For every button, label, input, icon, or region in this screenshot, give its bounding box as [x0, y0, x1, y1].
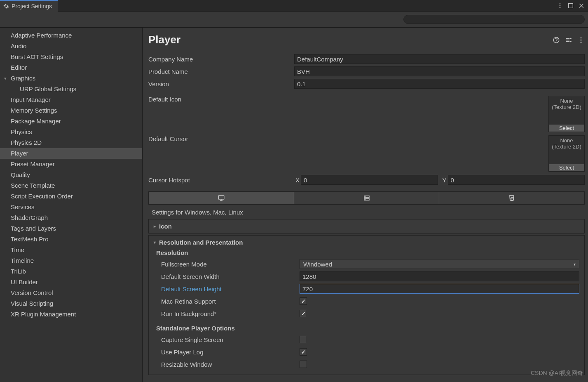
main-panel: Player Company Name Product Name Version… [143, 28, 588, 382]
sidebar-item-trilib[interactable]: TriLib [0, 266, 142, 277]
default-height-label: Default Screen Height [161, 285, 300, 292]
select-icon-button[interactable]: Select [549, 125, 584, 132]
sidebar-item-package-manager[interactable]: Package Manager [0, 116, 142, 127]
svg-rect-3 [569, 3, 573, 8]
sidebar-item-graphics[interactable]: Graphics [0, 73, 142, 84]
sidebar-item-version-control[interactable]: Version Control [0, 288, 142, 298]
version-input[interactable] [294, 79, 585, 89]
capture-single-checkbox[interactable] [300, 336, 307, 343]
sidebar-item-services[interactable]: Services [0, 202, 142, 212]
svg-point-13 [365, 199, 365, 200]
server-icon [363, 194, 370, 202]
svg-point-12 [365, 196, 365, 197]
maximize-icon[interactable] [567, 2, 574, 9]
svg-point-0 [560, 3, 561, 5]
search-input[interactable] [403, 15, 585, 24]
subhead-resolution: Resolution [156, 249, 579, 256]
cursor-x-input[interactable] [301, 175, 438, 185]
cursor-hotspot-label: Cursor Hotspot [148, 177, 294, 184]
mac-retina-label: Mac Retina Support [161, 298, 300, 305]
sidebar: Adaptive PerformanceAudioBurst AOT Setti… [0, 28, 143, 382]
player-log-checkbox[interactable] [300, 348, 307, 356]
window-controls [557, 2, 588, 9]
company-name-label: Company Name [148, 56, 294, 63]
svg-point-2 [560, 7, 561, 8]
sidebar-item-adaptive-performance[interactable]: Adaptive Performance [0, 30, 142, 41]
search-bar [0, 12, 588, 28]
sidebar-item-time[interactable]: Time [0, 245, 142, 255]
page-title: Player [148, 33, 180, 46]
resizable-checkbox[interactable] [300, 361, 307, 368]
product-name-input[interactable] [294, 66, 585, 76]
cursor-x-label: X [294, 177, 301, 184]
foldout-icon[interactable]: ▸ Icon [148, 219, 585, 233]
resizable-label: Resizable Window [161, 361, 300, 368]
monitor-icon [218, 194, 225, 202]
version-label: Version [148, 80, 294, 87]
sidebar-item-burst-aot-settings[interactable]: Burst AOT Settings [0, 52, 142, 62]
cursor-y-label: Y [441, 177, 448, 184]
kebab-icon[interactable] [557, 2, 563, 9]
sidebar-item-shadergraph[interactable]: ShaderGraph [0, 212, 142, 223]
fullscreen-mode-dropdown[interactable]: Windowed ▾ [300, 259, 579, 269]
section-resolution: ▾ Resolution and Presentation Resolution… [148, 235, 585, 375]
settings-icon[interactable] [565, 36, 572, 44]
default-icon-slot[interactable]: None (Texture 2D) Select [548, 96, 585, 132]
sidebar-item-audio[interactable]: Audio [0, 41, 142, 52]
sidebar-item-scene-template[interactable]: Scene Template [0, 180, 142, 191]
product-name-label: Product Name [148, 68, 294, 75]
chevron-down-icon: ▾ [154, 240, 156, 245]
platform-settings-title: Settings for Windows, Mac, Linux [148, 209, 585, 216]
sidebar-item-preset-manager[interactable]: Preset Manager [0, 159, 142, 170]
mac-retina-checkbox[interactable] [300, 297, 307, 305]
sidebar-item-urp-global-settings[interactable]: URP Global Settings [0, 84, 142, 94]
default-cursor-label: Default Cursor [148, 135, 294, 142]
default-height-input[interactable] [300, 284, 579, 294]
svg-point-6 [581, 37, 582, 38]
gear-icon [3, 3, 9, 9]
sidebar-item-physics[interactable]: Physics [0, 127, 142, 137]
window-title: Project Settings [12, 3, 52, 9]
help-icon[interactable] [553, 36, 560, 44]
default-width-label: Default Screen Width [161, 273, 300, 280]
sidebar-item-visual-scripting[interactable]: Visual Scripting [0, 298, 142, 309]
platform-tab-server[interactable] [294, 192, 440, 204]
sidebar-item-ui-builder[interactable]: UI Builder [0, 277, 142, 288]
cursor-y-input[interactable] [448, 175, 585, 185]
platform-tabs [148, 191, 585, 205]
html5-icon [508, 194, 515, 202]
chevron-right-icon: ▸ [154, 224, 156, 229]
chevron-down-icon: ▾ [574, 262, 576, 266]
sidebar-item-input-manager[interactable]: Input Manager [0, 94, 142, 105]
subhead-standalone: Standalone Player Options [156, 325, 579, 332]
capture-single-label: Capture Single Screen [161, 336, 300, 343]
svg-rect-9 [218, 196, 224, 199]
platform-tab-webgl[interactable] [439, 192, 584, 204]
fullscreen-mode-label: Fullscreen Mode [161, 261, 300, 268]
svg-point-1 [560, 5, 561, 6]
player-log-label: Use Player Log [161, 349, 300, 356]
platform-tab-standalone[interactable] [149, 192, 294, 204]
sidebar-item-script-execution-order[interactable]: Script Execution Order [0, 191, 142, 202]
sidebar-item-player[interactable]: Player [0, 148, 142, 159]
window-tab[interactable]: Project Settings [0, 0, 58, 12]
sidebar-item-memory-settings[interactable]: Memory Settings [0, 105, 142, 116]
sidebar-item-tags-and-layers[interactable]: Tags and Layers [0, 223, 142, 234]
sidebar-item-textmesh-pro[interactable]: TextMesh Pro [0, 234, 142, 245]
sidebar-item-physics-2d[interactable]: Physics 2D [0, 137, 142, 148]
default-cursor-slot[interactable]: None (Texture 2D) Select [548, 135, 585, 172]
close-icon[interactable] [578, 2, 585, 9]
sidebar-item-quality[interactable]: Quality [0, 170, 142, 180]
sidebar-item-editor[interactable]: Editor [0, 62, 142, 73]
default-width-input[interactable] [300, 271, 579, 281]
sidebar-item-timeline[interactable]: Timeline [0, 255, 142, 266]
kebab-icon[interactable] [577, 36, 585, 44]
watermark: CSDN @AI视觉网奇 [531, 370, 583, 377]
select-cursor-button[interactable]: Select [549, 164, 584, 171]
company-name-input[interactable] [294, 54, 585, 64]
svg-point-7 [581, 39, 582, 40]
run-bg-checkbox[interactable] [300, 310, 307, 317]
svg-point-8 [581, 41, 582, 42]
foldout-resolution[interactable]: ▾ Resolution and Presentation [154, 239, 579, 246]
sidebar-item-xr-plugin-management[interactable]: XR Plugin Management [0, 309, 142, 320]
